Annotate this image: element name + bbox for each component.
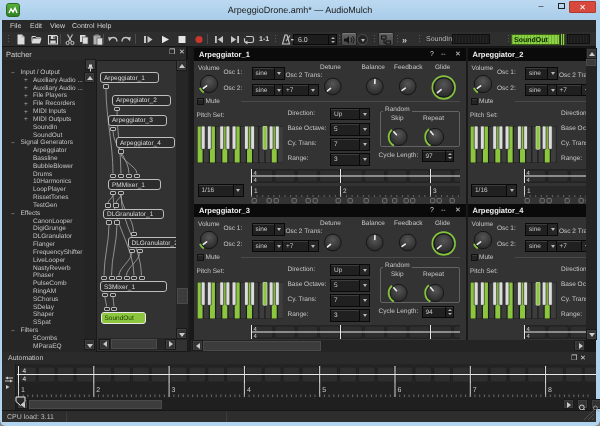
patcher-pin[interactable] xyxy=(137,249,143,254)
tree-item-canonlooper[interactable]: CanonLooper xyxy=(33,219,72,226)
copy-button[interactable] xyxy=(77,33,91,46)
osc2-dropdown[interactable]: sine xyxy=(525,84,558,97)
redo-button[interactable] xyxy=(119,33,133,46)
tree-item-bubbleblower[interactable]: BubbleBlower xyxy=(33,164,73,171)
tree-item-ringam[interactable]: RingAM xyxy=(33,289,56,296)
patcher-pin[interactable] xyxy=(105,203,111,208)
patcher-pin[interactable] xyxy=(104,307,110,312)
osc1-dropdown[interactable]: sine xyxy=(525,223,558,236)
direction-dropdown[interactable]: Up xyxy=(330,108,370,121)
pitch-set-keyboard[interactable] xyxy=(470,282,557,319)
patcher-pin[interactable] xyxy=(131,232,137,237)
cycle-length-spinbox[interactable]: 94 xyxy=(422,306,454,319)
tree-item-auxiliary-audio-[interactable]: Auxiliary Audio ... xyxy=(33,86,83,93)
osc1-dropdown-arrow-icon[interactable] xyxy=(547,68,557,79)
rate-dropdown-arrow-icon[interactable] xyxy=(506,185,516,196)
tree-scroll-down-button[interactable] xyxy=(84,339,95,350)
automation-horizontal-scrollbar[interactable] xyxy=(16,399,596,410)
osc2-trans-dropdown[interactable]: +7 xyxy=(556,84,586,97)
loop-button[interactable] xyxy=(242,33,256,46)
osc2-trans-dropdown[interactable]: +7 xyxy=(556,240,586,253)
cy-trans-dropdown[interactable]: 7 xyxy=(330,138,370,151)
canvas-scroll-up-button[interactable] xyxy=(176,60,187,71)
pin-icon[interactable] xyxy=(85,59,96,70)
tree-expand-icon[interactable]: + xyxy=(24,94,28,101)
rate-dropdown[interactable]: 1/16 xyxy=(471,184,517,197)
canvas-scroll-right-button[interactable] xyxy=(165,339,176,350)
cycle-length-spinner[interactable] xyxy=(445,151,453,162)
tree-item-soundin[interactable]: SoundIn xyxy=(33,125,57,132)
patcher-pin[interactable] xyxy=(110,293,116,298)
osc2-dropdown[interactable]: sine xyxy=(252,84,285,97)
osc2-dropdown[interactable]: sine xyxy=(525,240,558,253)
patcher-node-arpeggiator_2[interactable]: Arpeggiator_2 xyxy=(112,95,171,106)
patcher-node-soundout[interactable]: SoundOut xyxy=(101,312,146,324)
patcher-pin[interactable] xyxy=(113,203,119,208)
cycle-length-spinner[interactable] xyxy=(445,307,453,318)
documents-scroll-down-button[interactable] xyxy=(586,329,597,340)
new-document-button[interactable] xyxy=(14,33,28,46)
tree-item-filters[interactable]: Filters xyxy=(21,328,39,335)
patcher-pin[interactable] xyxy=(126,174,132,179)
tree-item-mparaeq[interactable]: MParaEQ xyxy=(33,344,62,351)
patcher-node-arpeggiator_1[interactable]: Arpeggiator_1 xyxy=(100,72,159,83)
panel-close-icon[interactable]: ✕ xyxy=(455,51,461,58)
osc1-dropdown-arrow-icon[interactable] xyxy=(274,68,284,79)
mute-checkbox[interactable] xyxy=(471,254,478,261)
tree-item-flanger[interactable]: Flanger xyxy=(33,242,55,249)
patcher-pin[interactable] xyxy=(124,276,130,281)
tree-item-sspat[interactable]: SSpat xyxy=(33,320,51,327)
automation-follow-icon[interactable] xyxy=(2,375,16,395)
rate-dropdown-arrow-icon[interactable] xyxy=(233,185,243,196)
mute-checkbox[interactable] xyxy=(197,98,204,105)
tree-item-schorus[interactable]: SChorus xyxy=(33,297,58,304)
patcher-node-dlgranulator_1[interactable]: DLGranulator_1 xyxy=(103,209,164,220)
patcher-canvas[interactable]: Arpeggiator_1Arpeggiator_2Arpeggiator_3A… xyxy=(96,60,188,352)
patcher-close-icon[interactable]: ✕ xyxy=(179,49,185,56)
patcher-pin[interactable] xyxy=(114,107,120,112)
cy-trans-dropdown[interactable]: 7 xyxy=(330,294,370,307)
base-octave-dropdown[interactable]: 5 xyxy=(330,123,370,136)
skip-to-start-button[interactable] xyxy=(212,33,226,46)
tree-item-5combs[interactable]: 5Combs xyxy=(33,336,57,343)
panel-help-icon[interactable]: ? xyxy=(430,207,434,214)
menu-view[interactable]: View xyxy=(50,23,65,30)
menu-control[interactable]: Control xyxy=(72,23,95,30)
pattern-timeline[interactable]: 44123 xyxy=(251,169,460,204)
pitch-set-keyboard[interactable] xyxy=(197,126,284,163)
zoom-in-button[interactable] xyxy=(577,399,588,409)
tree-item-frequencyshifter[interactable]: FrequencyShifter xyxy=(33,250,83,257)
panel-title-bar[interactable]: Arpeggiator_1?--✕ xyxy=(194,48,466,61)
documents-scroll-right-button[interactable] xyxy=(574,340,585,351)
patcher-pin[interactable] xyxy=(118,149,124,154)
tree-item-phaser[interactable]: Phaser xyxy=(33,273,54,280)
panel-shade-icon[interactable]: -- xyxy=(441,207,446,214)
menu-edit[interactable]: Edit xyxy=(30,23,42,30)
stop-button[interactable] xyxy=(175,33,189,46)
osc2-trans-dropdown[interactable]: +7 xyxy=(282,84,319,97)
tempo-spinner[interactable] xyxy=(328,35,336,44)
tempo-input[interactable]: 6.0 xyxy=(293,34,337,45)
tree-expand-icon[interactable]: + xyxy=(24,86,28,93)
panel-title-bar[interactable]: Arpeggiator_2?--✕ xyxy=(468,48,586,61)
speaker-button[interactable] xyxy=(341,32,357,46)
tree-item-effects[interactable]: Effects xyxy=(21,211,41,218)
canvas-horizontal-scrollbar[interactable] xyxy=(98,338,176,350)
documents-vertical-scrollbar[interactable] xyxy=(586,48,597,340)
undo-button[interactable] xyxy=(106,33,120,46)
pitch-set-keyboard[interactable] xyxy=(470,126,557,163)
patcher-pin[interactable] xyxy=(139,276,145,281)
patcher-pin[interactable] xyxy=(116,276,122,281)
tree-expand-icon[interactable]: + xyxy=(24,102,28,109)
documents-horizontal-scrollbar[interactable] xyxy=(191,340,585,352)
tree-collapse-icon[interactable]: − xyxy=(11,71,15,78)
soundin-label[interactable]: SoundIn xyxy=(426,36,452,43)
osc2-trans-dropdown[interactable]: +7 xyxy=(282,240,319,253)
resize-grip[interactable] xyxy=(583,409,595,421)
tree-item-digigrunge[interactable]: DigiGrunge xyxy=(33,226,66,233)
direction-dropdown[interactable]: Up xyxy=(330,264,370,277)
close-button[interactable]: ✕ xyxy=(569,1,596,13)
tree-item-dlgranulator[interactable]: DLGranulator xyxy=(33,234,72,241)
tree-expand-icon[interactable]: + xyxy=(24,117,28,124)
patcher-pin[interactable] xyxy=(110,191,116,196)
